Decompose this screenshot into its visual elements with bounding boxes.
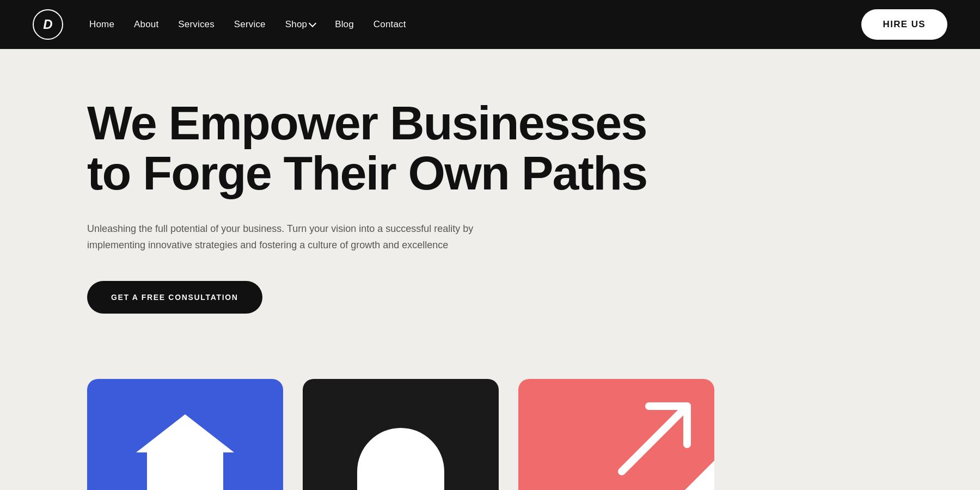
- hero-title: We Empower Businesses to Forge Their Own…: [87, 98, 686, 199]
- card-blue[interactable]: [87, 379, 283, 490]
- nav-item-contact[interactable]: Contact: [373, 19, 406, 30]
- logo[interactable]: D: [33, 9, 63, 40]
- hero-section: We Empower Businesses to Forge Their Own…: [0, 49, 980, 346]
- nav-item-about[interactable]: About: [134, 19, 158, 30]
- nav-item-services[interactable]: Services: [178, 19, 215, 30]
- arch-icon: [357, 428, 444, 490]
- house-icon: [136, 414, 234, 490]
- nav-link-service[interactable]: Service: [234, 19, 266, 29]
- nav-link-blog[interactable]: Blog: [335, 19, 354, 29]
- house-body: [147, 447, 223, 490]
- nav-item-service[interactable]: Service: [234, 19, 266, 30]
- navbar-left: D Home About Services Service Shop: [33, 9, 406, 40]
- hire-us-button[interactable]: HIRE US: [861, 9, 947, 40]
- logo-letter: D: [43, 17, 52, 32]
- hero-subtitle: Unleashing the full potential of your bu…: [87, 220, 512, 254]
- nav-link-shop[interactable]: Shop: [285, 19, 315, 30]
- nav-link-home[interactable]: Home: [89, 19, 114, 29]
- card-red[interactable]: [518, 379, 714, 490]
- svg-line-0: [622, 406, 687, 471]
- nav-item-home[interactable]: Home: [89, 19, 114, 30]
- nav-link-about[interactable]: About: [134, 19, 158, 29]
- nav-link-services[interactable]: Services: [178, 19, 215, 29]
- nav-link-contact[interactable]: Contact: [373, 19, 406, 29]
- cards-section: [0, 346, 980, 490]
- card-black[interactable]: [303, 379, 499, 490]
- nav-links: Home About Services Service Shop Blog: [89, 19, 406, 30]
- chevron-down-icon: [309, 20, 316, 27]
- navbar: D Home About Services Service Shop: [0, 0, 980, 49]
- nav-item-blog[interactable]: Blog: [335, 19, 354, 30]
- consultation-button[interactable]: GET A FREE CONSULTATION: [87, 281, 262, 314]
- nav-item-shop[interactable]: Shop: [285, 19, 315, 30]
- arrow-diagonal-icon: [611, 395, 698, 482]
